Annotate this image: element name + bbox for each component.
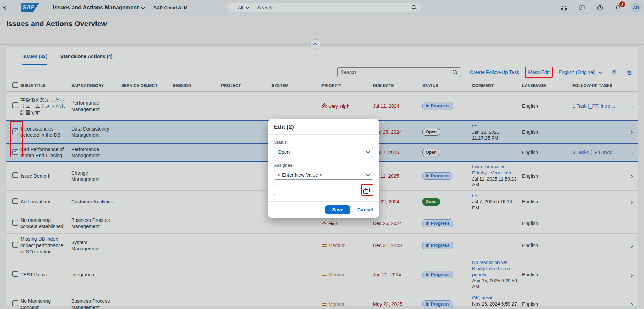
- table-row[interactable]: 本稼働を想定したボリュームテストが未計画ですPerformance Manage…: [6, 92, 638, 121]
- settings-button[interactable]: [611, 69, 617, 75]
- chevron-down-icon[interactable]: [246, 5, 250, 9]
- status-select-value: Open: [278, 149, 290, 155]
- assignee-label: Assignee:: [274, 162, 373, 168]
- col-project[interactable]: PROJECT: [221, 83, 271, 88]
- due-date-cell: Jul 11, 2025: [373, 171, 422, 181]
- comment-link[interactable]: No resolution yet. Kindly take this on p…: [472, 259, 518, 278]
- sap-category-cell: Business Process Management: [71, 215, 121, 232]
- row-chevron-right-icon[interactable]: [627, 100, 638, 113]
- select-all-checkbox[interactable]: [12, 82, 18, 88]
- product-name: SAP Cloud ALM: [153, 5, 187, 10]
- row-checkbox[interactable]: [12, 271, 18, 277]
- table-row[interactable]: No Monitoring ConceptBusiness Process Ma…: [6, 292, 638, 309]
- row-chevron-right-icon[interactable]: [627, 146, 638, 159]
- priority-medium-icon: [321, 302, 327, 306]
- follow-up-tasks-cell: 3 Tasks (_PT. Indo ...: [572, 147, 627, 158]
- due-date-cell: Dec 25, 2024: [373, 218, 422, 228]
- row-checkbox[interactable]: [12, 102, 18, 108]
- create-follow-up-task-button[interactable]: Create Follow-Up Task: [470, 69, 519, 75]
- sap-category-cell: Performance Management: [71, 98, 121, 114]
- clipboard-copy-icon: [626, 69, 632, 75]
- follow-up-tasks-link[interactable]: 1 Task (_PT. Indo ...: [572, 103, 623, 109]
- follow-up-tasks-cell: [572, 243, 627, 248]
- col-language[interactable]: LANGUAGE: [522, 83, 572, 88]
- status-select[interactable]: Open: [274, 147, 373, 157]
- row-checkbox[interactable]: [12, 242, 18, 248]
- language-cell: English: [522, 147, 572, 158]
- select-all-cell: [6, 82, 20, 89]
- shell-search-placeholder: Search: [257, 5, 272, 10]
- col-issue-title[interactable]: ISSUE TITLE: [20, 83, 71, 88]
- table-row[interactable]: TEST DemoIntegrationMediumJun 21, 2024In…: [6, 257, 638, 292]
- comment-link[interactable]: OK, great!: [472, 295, 518, 301]
- system-cell: [271, 221, 321, 225]
- follow-up-tasks-link[interactable]: 3 Tasks (_PT. Indo ...: [572, 149, 623, 156]
- avatar[interactable]: AB: [631, 2, 641, 13]
- due-date-cell: Jul 22, 2024: [373, 197, 422, 207]
- value-help-button[interactable]: [363, 186, 371, 194]
- sap-logo[interactable]: SAP: [21, 3, 39, 12]
- chevron-up-icon: [313, 43, 318, 48]
- save-button[interactable]: Save: [325, 205, 350, 214]
- export-button[interactable]: [626, 69, 632, 75]
- row-chevron-right-icon[interactable]: [627, 239, 638, 252]
- status-cell: Done: [422, 196, 472, 208]
- search-icon[interactable]: [411, 5, 417, 10]
- language-selector[interactable]: English (Original): [559, 69, 602, 75]
- due-date-cell: Dec 7, 2025: [373, 147, 422, 158]
- col-system[interactable]: SYSTEM: [271, 83, 321, 88]
- language-cell: English: [522, 218, 572, 228]
- col-sap-category[interactable]: SAP CATEGORY: [71, 83, 121, 88]
- col-follow-up-tasks[interactable]: FOLLOW-UP TASKS: [572, 83, 627, 88]
- col-due-date[interactable]: DUE DATE: [373, 83, 422, 88]
- comment-link[interactable]: test: [472, 123, 518, 129]
- assignee-select[interactable]: < Enter New Value >: [274, 170, 373, 180]
- due-date-cell: Jun 21, 2024: [373, 269, 422, 280]
- col-priority[interactable]: PRIORITY: [321, 83, 373, 88]
- mass-edit-button[interactable]: Mass Edit: [528, 69, 549, 75]
- status-badge: In Progress: [422, 172, 453, 180]
- row-chevron-right-icon[interactable]: [627, 169, 638, 183]
- row-chevron-right-icon[interactable]: [627, 125, 638, 139]
- search-icon[interactable]: [452, 69, 458, 75]
- tab-standalone-actions[interactable]: Standalone Actions (4): [60, 53, 112, 65]
- col-comment[interactable]: COMMENT: [472, 83, 522, 88]
- support-button[interactable]: [559, 2, 569, 13]
- collapse-header-button[interactable]: [310, 39, 320, 50]
- row-chevron-right-icon[interactable]: [627, 217, 638, 230]
- comment-link[interactable]: Issue ist now on Priority : Very High: [472, 164, 518, 176]
- row-checkbox[interactable]: [12, 172, 18, 178]
- priority-high-icon: [321, 222, 327, 226]
- row-checkbox[interactable]: [12, 149, 18, 155]
- row-chevron-right-icon[interactable]: [627, 268, 638, 281]
- app-title-menu[interactable]: Issues and Actions Management: [53, 5, 144, 11]
- notifications-button[interactable]: 3: [613, 2, 623, 13]
- row-checkbox[interactable]: [12, 220, 18, 226]
- row-select-cell: [6, 100, 20, 112]
- row-select-cell: [6, 147, 20, 158]
- col-session[interactable]: SESSION: [173, 83, 221, 88]
- table-row[interactable]: Missing DB index impact performance of S…: [6, 234, 638, 257]
- session-cell: [173, 273, 221, 277]
- col-service-object[interactable]: SERVICE OBJECT: [121, 83, 173, 88]
- cancel-button[interactable]: Cancel: [357, 207, 373, 212]
- row-chevron-right-icon[interactable]: [627, 298, 638, 309]
- help-button[interactable]: ?: [595, 2, 605, 13]
- tab-issues[interactable]: Issues (32): [22, 53, 47, 65]
- comment-link[interactable]: test: [472, 193, 518, 199]
- col-status[interactable]: STATUS: [422, 83, 472, 88]
- search-scope-select[interactable]: All: [238, 5, 243, 10]
- row-chevron-right-icon[interactable]: [627, 195, 638, 208]
- back-button[interactable]: [0, 0, 12, 15]
- dialog-footer: Save Cancel: [268, 201, 379, 218]
- feedback-button[interactable]: [577, 2, 587, 13]
- row-checkbox[interactable]: [12, 128, 18, 134]
- assignee-value-input[interactable]: [274, 185, 373, 195]
- row-checkbox[interactable]: [12, 300, 18, 306]
- shell-search-bar[interactable]: All Search: [227, 3, 421, 12]
- notification-badge: 3: [619, 1, 625, 7]
- language-cell: English: [522, 127, 572, 137]
- row-select-cell: [6, 170, 20, 182]
- row-checkbox[interactable]: [12, 198, 18, 204]
- table-search-input[interactable]: Search: [337, 67, 461, 77]
